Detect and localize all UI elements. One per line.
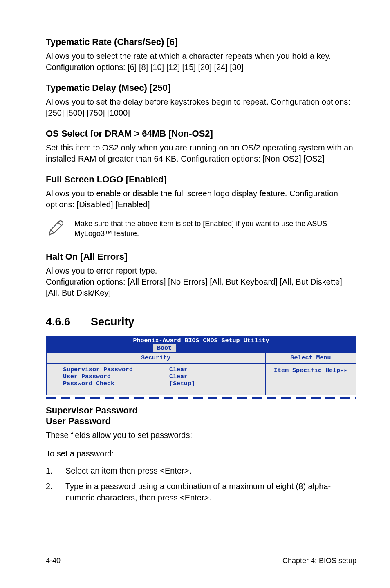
heading-halt-on: Halt On [All Errors] <box>46 251 356 262</box>
bios-right-header: Select Menu <box>266 353 356 364</box>
bios-row: User Password Clear <box>63 373 261 380</box>
body-full-screen-logo: Allows you to enable or disable the full… <box>46 188 356 210</box>
step-text: Type in a password using a combination o… <box>65 480 356 503</box>
bios-left-content: Supervisor Password Clear User Password … <box>47 364 265 395</box>
section-number: 4.6.6 <box>46 316 91 328</box>
bios-row: Password Check [Setup] <box>63 380 261 387</box>
bios-row: Supervisor Password Clear <box>63 366 261 373</box>
heading-user-password: User Password <box>46 416 356 426</box>
body-password-intro: These fields allow you to set passwords: <box>46 430 356 441</box>
heading-supervisor-password: Supervisor Password <box>46 405 356 416</box>
step-text: Select an item then press <Enter>. <box>65 465 191 476</box>
heading-full-screen-logo: Full Screen LOGO [Enabled] <box>46 174 356 185</box>
step-number: 2. <box>46 480 65 503</box>
bios-tab-boot: Boot <box>153 344 176 352</box>
svg-line-1 <box>58 222 61 226</box>
footer-chapter: Chapter 4: BIOS setup <box>282 557 356 565</box>
list-item: 1.Select an item then press <Enter>. <box>46 465 356 476</box>
bios-menubar: Boot <box>47 344 356 353</box>
body-to-set: To set a password: <box>46 448 356 459</box>
pencil-icon <box>46 220 69 237</box>
svg-line-0 <box>51 230 54 233</box>
section-heading: 4.6.6Security <box>46 316 356 328</box>
body-typematic-rate: Allows you to select the rate at which a… <box>46 51 356 73</box>
bios-titlebar: Phoenix-Award BIOS CMOS Setup Utility <box>47 337 356 344</box>
footer-page-number: 4-40 <box>46 557 61 565</box>
heading-os-select: OS Select for DRAM > 64MB [Non-OS2] <box>46 128 356 139</box>
bios-row-label: Password Check <box>63 380 169 387</box>
section-title: Security <box>91 316 134 328</box>
bios-screenshot: Phoenix-Award BIOS CMOS Setup Utility Bo… <box>46 336 356 395</box>
note-box: Make sure that the above item is set to … <box>46 215 356 242</box>
body-typematic-delay: Allows you to set the delay before keyst… <box>46 97 356 119</box>
bios-row-label: User Password <box>63 373 169 380</box>
heading-typematic-rate: Typematic Rate (Chars/Sec) [6] <box>46 37 356 47</box>
body-os-select: Set this item to OS2 only when you are r… <box>46 142 356 164</box>
body-halt-on-2: Configuration options: [All Errors] [No … <box>46 276 356 298</box>
list-item: 2.Type in a password using a combination… <box>46 480 356 503</box>
bios-left-header: Security <box>47 353 265 364</box>
page-footer: 4-40 Chapter 4: BIOS setup <box>46 554 356 565</box>
bios-row-value: Clear <box>169 373 188 380</box>
bios-right-help: Item Specific Help▸▸ <box>266 364 356 382</box>
note-text: Make sure that the above item is set to … <box>69 219 356 239</box>
bios-bottom-dash <box>46 397 356 399</box>
bios-row-value: [Setup] <box>169 380 195 387</box>
step-number: 1. <box>46 465 65 476</box>
steps-list: 1.Select an item then press <Enter>. 2.T… <box>46 465 356 503</box>
body-halt-on-1: Allows you to error report type. <box>46 265 356 276</box>
bios-row-value: Clear <box>169 366 188 373</box>
heading-typematic-delay: Typematic Delay (Msec) [250] <box>46 83 356 93</box>
bios-row-label: Supervisor Password <box>63 366 169 373</box>
